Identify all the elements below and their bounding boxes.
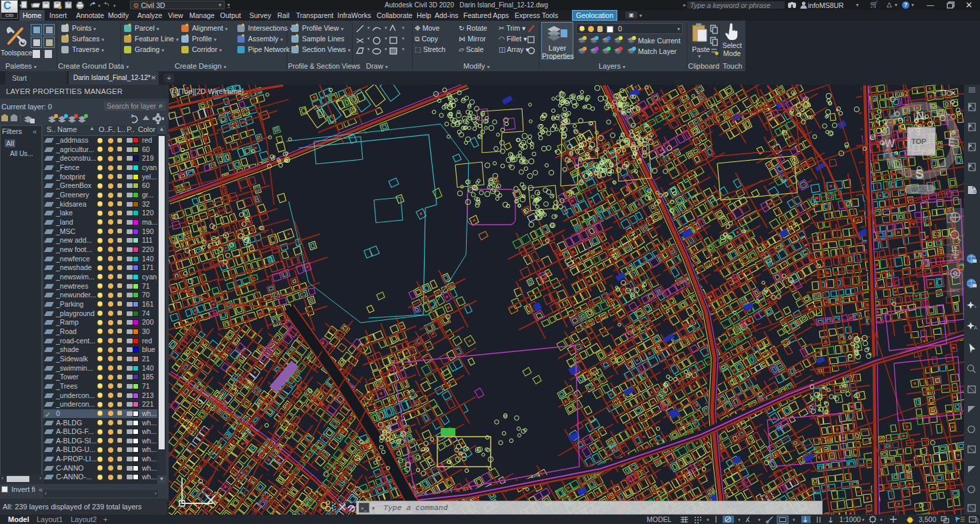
svg-text:▾: ▾ bbox=[929, 187, 931, 192]
svg-text:▾: ▾ bbox=[402, 47, 405, 51]
svg-text:+: + bbox=[974, 305, 977, 309]
svg-text:▾: ▾ bbox=[707, 517, 709, 522]
svg-text:S: S bbox=[915, 167, 924, 181]
svg-text:▾: ▾ bbox=[98, 3, 101, 8]
svg-text:▾: ▾ bbox=[385, 25, 387, 30]
svg-text:▾: ▾ bbox=[367, 47, 370, 51]
svg-text:▾: ▾ bbox=[738, 517, 741, 522]
svg-text:N: N bbox=[916, 109, 924, 122]
svg-text:A: A bbox=[974, 325, 977, 330]
svg-text:▾: ▾ bbox=[793, 517, 795, 522]
svg-text:▾: ▾ bbox=[367, 25, 370, 30]
svg-text:▾: ▾ bbox=[862, 517, 865, 522]
svg-text:▾: ▾ bbox=[402, 25, 405, 30]
svg-text:TOP: TOP bbox=[911, 137, 926, 145]
svg-text:WCS: WCS bbox=[911, 186, 927, 193]
svg-text:▾: ▾ bbox=[402, 36, 405, 41]
svg-text:▾: ▾ bbox=[113, 3, 116, 8]
svg-text:▾: ▾ bbox=[758, 517, 761, 522]
svg-text:3,500: 3,500 bbox=[919, 515, 936, 523]
svg-text:DEC: DEC bbox=[950, 288, 960, 293]
svg-text:1:1000: 1:1000 bbox=[839, 515, 861, 523]
svg-text:E: E bbox=[948, 137, 955, 148]
svg-text:▾: ▾ bbox=[385, 36, 387, 41]
svg-text:▾: ▾ bbox=[385, 47, 387, 51]
svg-text:▾: ▾ bbox=[880, 517, 883, 522]
svg-text:▾: ▾ bbox=[367, 36, 370, 41]
svg-text:W: W bbox=[885, 138, 895, 149]
